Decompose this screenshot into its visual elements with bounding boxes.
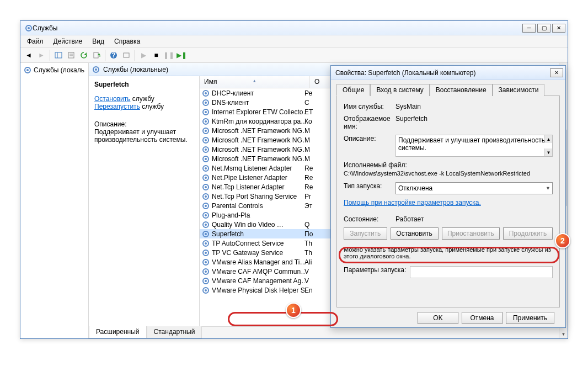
gear-icon <box>202 155 210 163</box>
service-name-cell: DNS-клиент <box>212 99 249 107</box>
pause-button[interactable]: Приостановить <box>442 227 500 240</box>
description-text: Поддерживает и улучшает производительнос… <box>94 128 194 144</box>
service-desc-cell: С <box>304 99 324 107</box>
menu-file[interactable]: Файл <box>23 36 48 46</box>
params-hint: Можно указать параметры запуска, применя… <box>344 246 553 259</box>
service-desc-cell: V <box>304 268 324 275</box>
restart-link[interactable]: Перезапустить <box>94 103 140 110</box>
start-button[interactable]: Запустить <box>344 227 387 240</box>
label-params: Параметры запуска: <box>344 266 410 278</box>
service-name-cell: Quality Win dio Video … <box>212 221 284 229</box>
ok-button[interactable]: OK <box>418 312 458 324</box>
gear-icon <box>202 277 210 285</box>
gear-icon <box>202 258 210 266</box>
titlebar[interactable]: Службы ─ ▢ ✕ <box>20 21 568 35</box>
gear-icon <box>202 183 210 191</box>
menu-help[interactable]: Справка <box>110 36 145 46</box>
service-name-cell: Internet Explorer ETW Collecto… <box>212 108 304 116</box>
properties-button[interactable] <box>65 49 77 61</box>
service-desc-cell: Pr <box>304 193 324 200</box>
dialog-close-button[interactable]: ✕ <box>550 68 563 77</box>
gear-icon <box>202 268 210 275</box>
apply-button[interactable]: Применить <box>506 312 554 324</box>
dialog-titlebar[interactable]: Свойства: Superfetch (Локальный компьюте… <box>331 66 565 80</box>
svg-rect-7 <box>94 52 98 58</box>
service-desc-cell: Re <box>304 183 324 191</box>
stop-button[interactable]: Остановить <box>391 227 439 240</box>
label-state: Состояние: <box>344 215 395 223</box>
startup-help-link[interactable]: Помощь при настройке параметров запуска. <box>344 199 481 206</box>
properties-dialog: Свойства: Superfetch (Локальный компьюте… <box>330 65 566 328</box>
export-button[interactable] <box>90 49 103 61</box>
gear-icon <box>202 211 210 219</box>
stop-link[interactable]: Остановить <box>94 95 131 103</box>
service-name-cell: VMware CAF AMQP Commun… <box>212 268 304 275</box>
service-desc-cell: En <box>304 287 324 294</box>
description-label: Описание: <box>94 120 194 128</box>
column-name[interactable]: Имя <box>200 76 310 88</box>
service-name-cell: Microsoft .NET Framework NG… <box>212 136 304 144</box>
service-desc-cell: M <box>304 136 324 144</box>
params-input[interactable] <box>410 266 553 278</box>
minimize-button[interactable]: ─ <box>522 24 536 33</box>
value-display-name: Superfetch <box>395 115 553 130</box>
gear-icon <box>202 108 210 116</box>
service-name-cell: TP VC Gateway Service <box>212 249 283 257</box>
maximize-button[interactable]: ▢ <box>537 24 550 33</box>
tab-logon[interactable]: Вход в систему <box>370 84 429 96</box>
pause-service-button[interactable]: ❚❚ <box>163 49 175 61</box>
tab-general[interactable]: Общие <box>336 84 370 96</box>
restart-service-button[interactable]: ▶❚ <box>175 49 188 61</box>
gear-icon <box>202 230 210 238</box>
service-name-cell: VMware CAF Management Ag… <box>212 277 304 285</box>
service-desc-cell: Ali <box>304 258 324 266</box>
tab-standard[interactable]: Стандартный <box>147 326 202 338</box>
tree-item-services[interactable]: Службы (локаль <box>23 65 86 75</box>
resume-button[interactable]: Продолжить <box>503 227 553 240</box>
badge-2: 2 <box>555 233 570 248</box>
close-button[interactable]: ✕ <box>552 24 565 33</box>
menu-view[interactable]: Вид <box>88 36 109 46</box>
service-desc-cell: Ко <box>304 118 324 125</box>
gear-icon <box>202 240 210 247</box>
stop-service-button[interactable]: ■ <box>150 49 162 61</box>
help-button[interactable]: ? <box>108 49 120 61</box>
service-desc-cell: M <box>304 127 324 135</box>
cancel-button[interactable]: Отмена <box>462 312 503 324</box>
back-button[interactable]: ◄ <box>23 49 35 61</box>
label-service-name: Имя службы: <box>344 103 395 110</box>
description-textbox[interactable]: Поддерживает и улучшает производительнос… <box>395 135 553 157</box>
tree-pane: Службы (локаль <box>20 63 89 338</box>
service-desc-cell: Q <box>304 221 324 229</box>
gear-icon <box>202 136 210 144</box>
show-hide-tree-button[interactable] <box>52 49 65 61</box>
detail-pane: Superfetch Остановить службу Перезапусти… <box>89 76 199 326</box>
startup-type-combo[interactable]: Отключена▼ <box>395 182 553 194</box>
tab-recovery[interactable]: Восстановление <box>430 84 493 96</box>
gear-icon <box>202 249 210 257</box>
label-executable: Исполняемый файл: <box>344 161 553 169</box>
gear-icon <box>202 221 210 229</box>
value-service-name: SysMain <box>395 103 553 110</box>
service-name-cell: Plug-and-Pla <box>212 211 250 219</box>
service-desc-cell: Ре <box>304 89 324 97</box>
label-display-name: Отображаемое имя: <box>344 115 395 130</box>
service-name-cell: KtmRm для координатора ра… <box>212 118 304 125</box>
start-service-button[interactable]: ▶ <box>137 49 149 61</box>
label-startup-type: Тип запуска: <box>344 182 395 194</box>
refresh-button[interactable] <box>78 49 90 61</box>
action-button[interactable] <box>120 49 132 61</box>
forward-button[interactable]: ► <box>35 49 47 61</box>
chevron-down-icon: ▼ <box>546 185 550 191</box>
scroll-up-button[interactable]: ▲ <box>544 135 552 143</box>
tab-extended[interactable]: Расширенный <box>89 326 147 338</box>
service-desc-cell: Th <box>304 249 324 257</box>
service-name-cell: VMware Alias Manager and Ti… <box>212 258 304 266</box>
svg-rect-4 <box>68 52 74 58</box>
dialog-title: Свойства: Superfetch (Локальный компьюте… <box>335 69 550 77</box>
scroll-down-button[interactable]: ▼ <box>544 148 552 156</box>
service-name-cell: VMware Physical Disk Helper S… <box>212 287 304 294</box>
tab-dependencies[interactable]: Зависимости <box>493 84 545 96</box>
menubar: Файл Действие Вид Справка <box>20 35 568 47</box>
menu-action[interactable]: Действие <box>49 36 87 46</box>
